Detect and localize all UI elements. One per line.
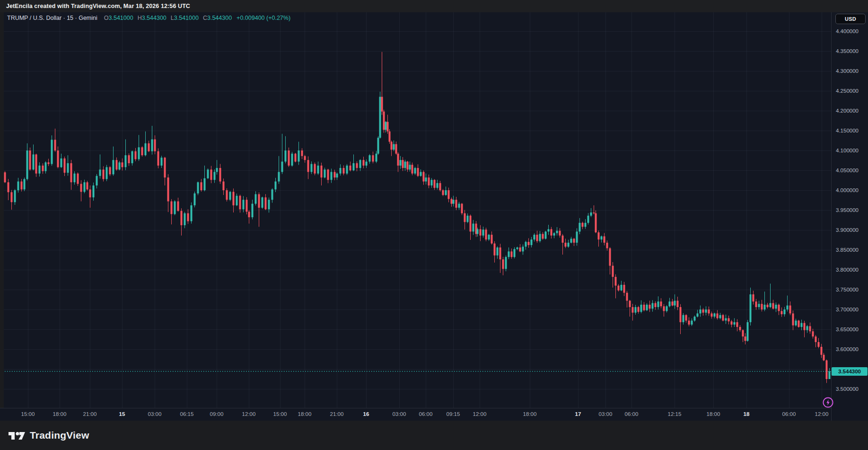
price-tick-label: 4.250000 (836, 88, 859, 94)
symbol-title[interactable]: TRUMP / U.S. Dollar · 15 · Gemini (7, 15, 97, 21)
price-tick-label: 4.350000 (836, 48, 859, 54)
price-tick-label: 3.950000 (836, 207, 859, 213)
time-tick-label: 18:00 (53, 411, 67, 417)
ohlc-item: C3.544300 (203, 15, 232, 21)
flash-icon[interactable] (823, 397, 833, 408)
price-tick-label: 3.650000 (836, 326, 859, 332)
change-value: +0.009400 (+0.27%) (237, 15, 290, 21)
price-tick-label: 4.000000 (836, 187, 859, 193)
attribution-bar: JetEncila created with TradingView.com, … (0, 0, 868, 12)
time-tick-label: 06:00 (782, 411, 796, 417)
price-tick-label: 4.150000 (836, 128, 859, 133)
price-tick-label: 3.900000 (836, 227, 859, 233)
time-tick-label: 12:00 (242, 411, 256, 417)
time-tick-label: 09:15 (447, 411, 460, 417)
price-tick-label: 4.300000 (836, 68, 859, 74)
time-tick-label: 18:00 (523, 411, 537, 417)
candlestick-chart[interactable] (0, 12, 831, 421)
price-tick-label: 3.800000 (836, 267, 859, 273)
price-tick-label: 3.600000 (836, 346, 859, 352)
time-tick-label: 15:00 (273, 411, 287, 417)
symbol-legend[interactable]: TRUMP / U.S. Dollar · 15 · Gemini O3.541… (7, 15, 290, 21)
price-tick-label: 4.050000 (836, 168, 859, 173)
time-tick-label: 15:00 (21, 411, 35, 417)
ohlc-item: O3.541000 (104, 15, 133, 21)
price-tick-label: 4.200000 (836, 108, 859, 114)
time-tick-label: 03:00 (148, 411, 162, 417)
time-tick-label: 18:00 (298, 411, 312, 417)
time-tick-label: 06:00 (419, 411, 433, 417)
time-tick-day-label: 16 (363, 411, 369, 417)
time-tick-label: 18:00 (707, 411, 720, 417)
tradingview-logo-icon[interactable] (8, 429, 26, 442)
time-tick-label: 21:00 (83, 411, 97, 417)
chart-pane[interactable]: TRUMP / U.S. Dollar · 15 · Gemini O3.541… (0, 12, 868, 421)
time-tick-label: 21:00 (330, 411, 344, 417)
time-tick-label: 12:15 (668, 411, 682, 417)
price-tick-label: 4.100000 (836, 148, 859, 153)
ohlc-item: H3.544300 (138, 15, 167, 21)
time-tick-day-label: 17 (575, 411, 581, 417)
price-tick-label: 3.850000 (836, 247, 859, 253)
ohlc-values: O3.541000H3.544300L3.541000C3.544300 (104, 15, 232, 21)
time-tick-label: 12:00 (473, 411, 487, 417)
price-tick-label: 4.400000 (836, 28, 859, 34)
time-tick-label: 03:00 (599, 411, 613, 417)
time-tick-label: 03:00 (393, 411, 406, 417)
time-tick-day-label: 15 (119, 411, 125, 417)
price-tick-label: 3.700000 (836, 307, 859, 312)
currency-button[interactable]: USD (835, 14, 866, 24)
time-tick-label: 09:00 (210, 411, 224, 417)
tradingview-wordmark[interactable]: TradingView (30, 430, 89, 441)
current-price-label: 3.544300 (832, 367, 868, 376)
ohlc-item: L3.541000 (171, 15, 199, 21)
time-tick-day-label: 18 (744, 411, 750, 417)
left-gutter (0, 12, 4, 421)
price-tick-label: 3.750000 (836, 287, 859, 292)
price-tick-label: 3.500000 (836, 386, 859, 392)
time-axis[interactable]: 15:0018:0021:001503:0006:1509:0012:0015:… (0, 408, 831, 421)
time-tick-label: 06:15 (180, 411, 194, 417)
footer-bar: TradingView (0, 421, 868, 450)
time-tick-label: 06:00 (625, 411, 639, 417)
attribution-text: JetEncila created with TradingView.com, … (6, 3, 190, 9)
price-axis[interactable]: USD 4.4000004.3500004.3000004.2500004.20… (831, 12, 868, 421)
time-tick-label: 12:00 (815, 411, 829, 417)
